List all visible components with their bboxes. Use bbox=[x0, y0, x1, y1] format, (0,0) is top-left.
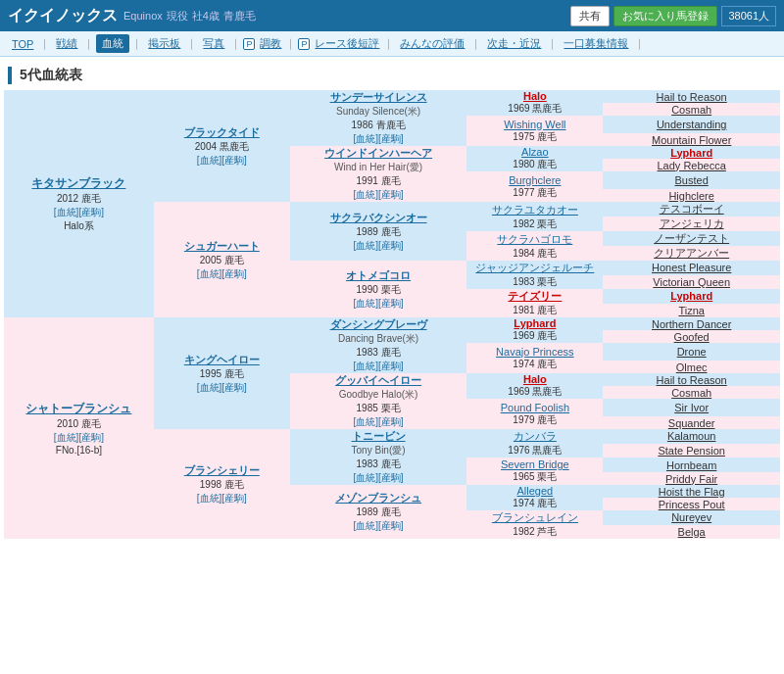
gen5-2-name[interactable]: Understanding bbox=[603, 119, 780, 130]
gen4-8-name[interactable]: Lyphard bbox=[466, 317, 603, 329]
gen4-4-name[interactable]: サクラユタカオー bbox=[466, 203, 603, 217]
gen3-3-tags[interactable]: [血統][産駒] bbox=[290, 297, 467, 311]
gen4-11-name[interactable]: Pound Foolish bbox=[466, 402, 603, 413]
gen5-7-name[interactable]: Highclere bbox=[603, 190, 780, 202]
gen5-10-name[interactable]: ノーザンテスト bbox=[603, 231, 780, 246]
gen5-11-name[interactable]: クリアアンバー bbox=[603, 246, 780, 261]
gen3-7-tags[interactable]: [血統][産駒] bbox=[290, 519, 467, 533]
gen5-8-name[interactable]: テスコボーイ bbox=[603, 202, 780, 217]
gen3-2-tags[interactable]: [血統][産駒] bbox=[290, 239, 467, 253]
gen4-5-cell: サクラハゴロモ 1984 鹿毛 bbox=[466, 231, 603, 261]
gen3-0-tags[interactable]: [血統][産駒] bbox=[290, 132, 467, 146]
gen5-15-name[interactable]: Tizna bbox=[603, 305, 780, 316]
gen3-1-tags[interactable]: [血統][産駒] bbox=[290, 188, 467, 202]
gen4-7-name[interactable]: テイズリー bbox=[466, 289, 603, 304]
gen5-16-name[interactable]: Northern Dancer bbox=[603, 318, 780, 330]
gen3-2-name[interactable]: サクラバクシンオー bbox=[290, 211, 467, 225]
nav-board[interactable]: 掲示板 bbox=[144, 35, 184, 52]
gen5-26-name[interactable]: Hornbeam bbox=[603, 459, 780, 471]
gen1-mother-name[interactable]: シャトーブランシュ bbox=[4, 401, 154, 417]
gen2-3-name[interactable]: ブランシェリー bbox=[154, 463, 290, 478]
gen2-0-tags[interactable]: [血統][産駒] bbox=[154, 154, 290, 168]
gen4-10-name[interactable]: Halo bbox=[466, 373, 603, 385]
gen5-15-cell: Tizna bbox=[603, 304, 780, 318]
gen3-6-name[interactable]: トニービン bbox=[290, 429, 467, 444]
favorite-button[interactable]: お気に入り馬登録 bbox=[613, 6, 717, 26]
gen3-5-name[interactable]: グッバイヘイロー bbox=[290, 373, 467, 388]
gen5-23-name[interactable]: Squander bbox=[603, 417, 780, 429]
gen5-1-name[interactable]: Cosmah bbox=[603, 104, 780, 116]
gen5-30-name[interactable]: Nureyev bbox=[603, 511, 780, 523]
gen5-13-name[interactable]: Victorian Queen bbox=[603, 276, 780, 288]
gen5-17-name[interactable]: Goofed bbox=[603, 331, 780, 343]
gen4-14-name[interactable]: Alleged bbox=[466, 485, 603, 497]
gen5-19-name[interactable]: Olmec bbox=[603, 361, 780, 373]
gen3-3-name[interactable]: オトメゴコロ bbox=[290, 268, 467, 283]
gen5-1-cell: Cosmah bbox=[603, 103, 780, 116]
gen5-5-name[interactable]: Lady Rebecca bbox=[603, 160, 780, 171]
nav-bloodline[interactable]: 血統 bbox=[96, 34, 129, 53]
gen5-31-name[interactable]: Belga bbox=[603, 526, 780, 538]
gen4-2-cell: Alzao 1980 鹿毛 bbox=[466, 146, 603, 171]
gen1-father-name[interactable]: キタサンブラック bbox=[4, 175, 154, 192]
gen5-24-name[interactable]: Kalamoun bbox=[603, 430, 780, 442]
gen5-22-name[interactable]: Sir Ivor bbox=[603, 402, 780, 413]
gen1-mother-tags[interactable]: [血統][産駒] bbox=[4, 431, 154, 445]
gen5-9-name[interactable]: アンジェリカ bbox=[603, 217, 780, 231]
gen2-2-name[interactable]: キングヘイロー bbox=[154, 353, 290, 367]
gen5-0-name[interactable]: Hail to Reason bbox=[603, 91, 780, 103]
gen5-3-name[interactable]: Mountain Flower bbox=[603, 134, 780, 146]
nav-race-review[interactable]: レース後短評 bbox=[313, 35, 381, 52]
nav-next-race[interactable]: 次走・近況 bbox=[483, 35, 545, 52]
gen3-5-year: 1985 栗毛 bbox=[290, 402, 467, 415]
gen3-6-tags[interactable]: [血統][産駒] bbox=[290, 471, 467, 485]
gen3-1-name-en: Wind in Her Hair(愛) bbox=[290, 161, 467, 174]
header: イクイノックス Equinox 現役 社4歳 青鹿毛 共有 お気に入り馬登録 3… bbox=[0, 0, 784, 31]
gen4-9-name[interactable]: Navajo Princess bbox=[466, 346, 603, 358]
gen4-2-name[interactable]: Alzao bbox=[466, 146, 603, 158]
gen5-28-name[interactable]: Hoist the Flag bbox=[603, 486, 780, 498]
gen4-3-name[interactable]: Burghclere bbox=[466, 174, 603, 186]
gen5-20-cell: Hail to Reason bbox=[603, 373, 780, 386]
gen5-17-cell: Goofed bbox=[603, 330, 780, 343]
nav-recruit[interactable]: 一口募集情報 bbox=[560, 35, 632, 52]
gen2-0-name[interactable]: ブラックタイド bbox=[154, 125, 290, 140]
gen3-7-name[interactable]: メゾンブランシュ bbox=[290, 491, 467, 506]
gen3-0-cell: サンデーサイレンス Sunday Silence(米) 1986 青鹿毛 [血統… bbox=[290, 90, 467, 146]
gen4-13-name[interactable]: Severn Bridge bbox=[466, 458, 603, 470]
gen5-6-name[interactable]: Busted bbox=[603, 174, 780, 186]
gen5-25-name[interactable]: State Pension bbox=[603, 445, 780, 457]
gen3-1-name[interactable]: ウインドインハーヘア bbox=[290, 146, 467, 161]
share-button[interactable]: 共有 bbox=[570, 6, 610, 26]
nav-photos[interactable]: 写真 bbox=[199, 35, 228, 52]
gen1-father-tags[interactable]: [血統][産駒] bbox=[4, 206, 154, 219]
member-count: 38061人 bbox=[721, 6, 776, 26]
gen4-15-name[interactable]: ブランシュレイン bbox=[466, 510, 603, 525]
nav-training[interactable]: 調教 bbox=[258, 35, 283, 52]
gen3-4-name[interactable]: ダンシングブレーヴ bbox=[290, 317, 467, 332]
gen5-27-name[interactable]: Priddy Fair bbox=[603, 473, 780, 485]
nav-top[interactable]: TOP bbox=[8, 37, 37, 51]
nav-p-tag2: P bbox=[298, 38, 310, 50]
gen5-12-name[interactable]: Honest Pleasure bbox=[603, 262, 780, 273]
gen3-5-tags[interactable]: [血統][産駒] bbox=[290, 415, 467, 429]
gen2-1-name[interactable]: シュガーハート bbox=[154, 239, 290, 254]
gen5-20-name[interactable]: Hail to Reason bbox=[603, 374, 780, 386]
gen5-14-name[interactable]: Lyphard bbox=[603, 290, 780, 302]
gen2-2-tags[interactable]: [血統][産駒] bbox=[154, 381, 290, 395]
gen5-29-name[interactable]: Princess Pout bbox=[603, 499, 780, 510]
gen2-1-tags[interactable]: [血統][産駒] bbox=[154, 267, 290, 281]
gen4-0-name[interactable]: Halo bbox=[466, 90, 603, 102]
gen4-6-name[interactable]: ジャッジアンジェルーチ bbox=[466, 261, 603, 275]
gen5-4-name[interactable]: Lyphard bbox=[603, 147, 780, 159]
gen4-12-name[interactable]: カンバラ bbox=[466, 429, 603, 444]
gen5-21-name[interactable]: Cosmah bbox=[603, 387, 780, 399]
gen4-1-name[interactable]: Wishing Well bbox=[466, 119, 603, 130]
gen4-5-name[interactable]: サクラハゴロモ bbox=[466, 232, 603, 247]
nav-battles[interactable]: 戦績 bbox=[52, 35, 81, 52]
gen2-3-tags[interactable]: [血統][産駒] bbox=[154, 492, 290, 506]
gen3-4-tags[interactable]: [血統][産駒] bbox=[290, 360, 467, 373]
gen3-0-name[interactable]: サンデーサイレンス bbox=[290, 90, 467, 105]
nav-eval[interactable]: みんなの評価 bbox=[396, 35, 468, 52]
gen5-18-name[interactable]: Drone bbox=[603, 346, 780, 358]
